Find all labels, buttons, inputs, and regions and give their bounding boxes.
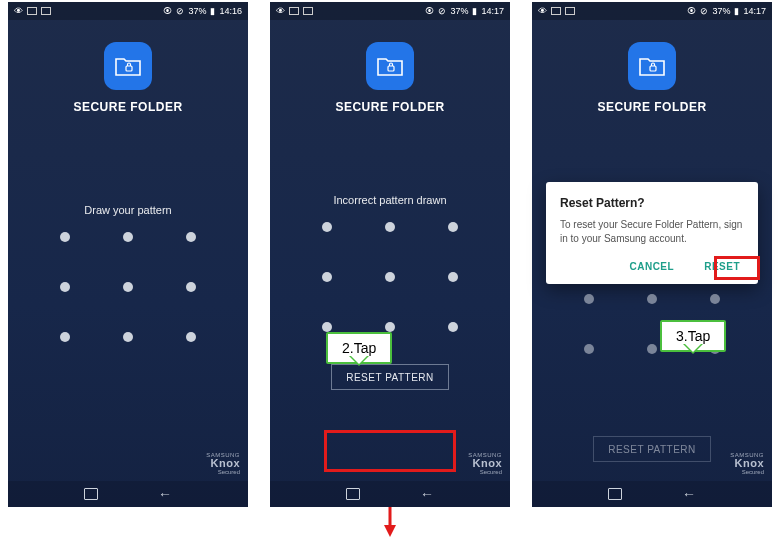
pattern-dot[interactable]: [123, 232, 133, 242]
pattern-dot[interactable]: [322, 322, 332, 332]
status-bar: 👁 ⦿ ⊘ 37% ▮ 14:17: [532, 2, 772, 20]
reset-pattern-button: RESET PATTERN: [593, 436, 711, 462]
reset-pattern-dialog: Reset Pattern? To reset your Secure Fold…: [546, 182, 758, 284]
recent-apps-icon[interactable]: [84, 488, 98, 500]
secure-folder-icon: [104, 42, 152, 90]
eye-off-icon: 👁: [14, 6, 23, 16]
annotation-callout-3: 3.Tap: [660, 320, 726, 352]
knox-badge: SAMSUNG Knox Secured: [206, 452, 240, 475]
battery-icon: ▮: [210, 6, 215, 16]
status-icon: [551, 7, 561, 15]
svg-rect-0: [126, 66, 132, 71]
pattern-dot: [584, 344, 594, 354]
knox-brand: SAMSUNG: [468, 452, 502, 458]
battery-text: 37%: [712, 6, 730, 16]
pattern-dot[interactable]: [60, 332, 70, 342]
pattern-dot[interactable]: [60, 282, 70, 292]
annotation-callout-2: 2.Tap: [326, 332, 392, 364]
pattern-dot[interactable]: [322, 272, 332, 282]
app-title: SECURE FOLDER: [597, 100, 706, 114]
recent-apps-icon[interactable]: [346, 488, 360, 500]
pattern-dot: [647, 294, 657, 304]
status-icon: [565, 7, 575, 15]
nav-bar: ←: [8, 481, 248, 507]
knox-sub: Secured: [206, 469, 240, 475]
svg-rect-2: [650, 66, 656, 71]
secure-folder-icon: [366, 42, 414, 90]
pattern-grid[interactable]: [53, 232, 203, 342]
screen-reset-dialog: 👁 ⦿ ⊘ 37% ▮ 14:17 SECURE FOLDER Reset Pa…: [532, 2, 772, 507]
knox-name: Knox: [730, 458, 764, 469]
pattern-prompt: Incorrect pattern drawn: [270, 194, 510, 206]
clock-text: 14:17: [743, 6, 766, 16]
dialog-title: Reset Pattern?: [560, 196, 744, 210]
back-icon[interactable]: ←: [158, 486, 172, 502]
battery-icon: ▮: [472, 6, 477, 16]
knox-badge: SAMSUNG Knox Secured: [730, 452, 764, 475]
annotation-arrow-down-icon: [384, 525, 396, 537]
pattern-dot[interactable]: [123, 282, 133, 292]
pattern-dot[interactable]: [60, 232, 70, 242]
status-icon: [27, 7, 37, 15]
eye-off-icon: 👁: [538, 6, 547, 16]
pattern-dot[interactable]: [186, 282, 196, 292]
screen-initial: 👁 ⦿ ⊘ 37% ▮ 14:16 SECURE FOLDER Draw you…: [8, 2, 248, 507]
pattern-grid[interactable]: [315, 222, 465, 332]
pattern-dot[interactable]: [385, 222, 395, 232]
back-icon[interactable]: ←: [682, 486, 696, 502]
eye-off-icon: 👁: [276, 6, 285, 16]
pattern-dot: [584, 294, 594, 304]
pattern-dot[interactable]: [385, 322, 395, 332]
wifi-icon: ⦿: [163, 6, 172, 16]
dialog-cancel-button[interactable]: CANCEL: [625, 259, 678, 274]
clock-text: 14:17: [481, 6, 504, 16]
secure-folder-icon: [628, 42, 676, 90]
dialog-body: To reset your Secure Folder Pattern, sig…: [560, 218, 744, 245]
status-icon: [289, 7, 299, 15]
pattern-dot[interactable]: [123, 332, 133, 342]
pattern-dot[interactable]: [448, 322, 458, 332]
knox-sub: Secured: [468, 469, 502, 475]
recent-apps-icon[interactable]: [608, 488, 622, 500]
no-sim-icon: ⊘: [176, 6, 184, 16]
pattern-dot[interactable]: [322, 222, 332, 232]
knox-badge: SAMSUNG Knox Secured: [468, 452, 502, 475]
no-sim-icon: ⊘: [700, 6, 708, 16]
pattern-dot[interactable]: [385, 272, 395, 282]
status-bar: 👁 ⦿ ⊘ 37% ▮ 14:17: [270, 2, 510, 20]
knox-brand: SAMSUNG: [730, 452, 764, 458]
wifi-icon: ⦿: [425, 6, 434, 16]
status-icon: [41, 7, 51, 15]
app-title: SECURE FOLDER: [73, 100, 182, 114]
nav-bar: ←: [270, 481, 510, 507]
wifi-icon: ⦿: [687, 6, 696, 16]
battery-icon: ▮: [734, 6, 739, 16]
app-title: SECURE FOLDER: [335, 100, 444, 114]
pattern-dot: [710, 294, 720, 304]
annotation-arrow-down-icon: [389, 507, 392, 527]
annotation-highlight-box: [324, 430, 456, 472]
status-bar: 👁 ⦿ ⊘ 37% ▮ 14:16: [8, 2, 248, 20]
knox-brand: SAMSUNG: [206, 452, 240, 458]
pattern-dot[interactable]: [186, 332, 196, 342]
status-icon: [303, 7, 313, 15]
pattern-dot[interactable]: [448, 222, 458, 232]
battery-text: 37%: [450, 6, 468, 16]
knox-sub: Secured: [730, 469, 764, 475]
svg-rect-1: [388, 66, 394, 71]
no-sim-icon: ⊘: [438, 6, 446, 16]
pattern-dot[interactable]: [448, 272, 458, 282]
pattern-prompt: Draw your pattern: [8, 204, 248, 216]
screen-incorrect: 👁 ⦿ ⊘ 37% ▮ 14:17 SECURE FOLDER Incorrec…: [270, 2, 510, 507]
pattern-dot[interactable]: [186, 232, 196, 242]
dialog-reset-button[interactable]: RESET: [700, 259, 744, 274]
battery-text: 37%: [188, 6, 206, 16]
clock-text: 14:16: [219, 6, 242, 16]
nav-bar: ←: [532, 481, 772, 507]
knox-name: Knox: [206, 458, 240, 469]
pattern-dot: [647, 344, 657, 354]
back-icon[interactable]: ←: [420, 486, 434, 502]
knox-name: Knox: [468, 458, 502, 469]
